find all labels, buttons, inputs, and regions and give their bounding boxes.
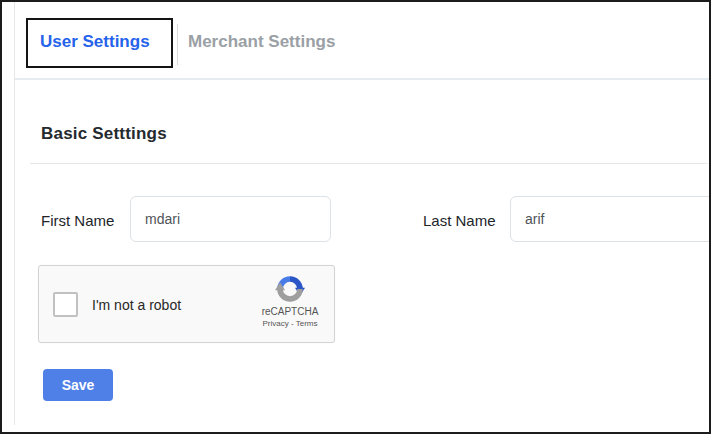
tab-user-settings[interactable]: User Settings: [40, 32, 150, 52]
last-name-label: Last Name: [423, 211, 496, 231]
recaptcha-brandbox: reCAPTCHA Privacy - Terms: [254, 274, 326, 328]
tab-separator: [177, 24, 178, 65]
recaptcha-links: Privacy - Terms: [254, 319, 326, 328]
first-name-input[interactable]: [130, 196, 331, 242]
link-separator: -: [291, 319, 294, 328]
tab-merchant-settings[interactable]: Merchant Settings: [188, 32, 335, 52]
recaptcha-brand-text: reCAPTCHA: [254, 306, 326, 317]
tabbar-bottom-border: [15, 78, 709, 80]
recaptcha-widget: I'm not a robot reCAPTCHA Privacy - Term…: [38, 265, 335, 343]
terms-link[interactable]: Terms: [296, 319, 318, 328]
first-name-label: First Name: [41, 211, 114, 231]
settings-page: User Settings Merchant Settings Basic Se…: [0, 0, 711, 434]
save-button[interactable]: Save: [43, 369, 113, 401]
content-left-divider: [14, 2, 15, 425]
recaptcha-checkbox[interactable]: [53, 292, 78, 317]
section-divider: [30, 163, 707, 164]
recaptcha-icon: [275, 274, 305, 304]
section-title: Basic Setttings: [41, 124, 167, 144]
last-name-input[interactable]: [510, 196, 711, 242]
recaptcha-label: I'm not a robot: [92, 297, 181, 313]
privacy-link[interactable]: Privacy: [263, 319, 289, 328]
